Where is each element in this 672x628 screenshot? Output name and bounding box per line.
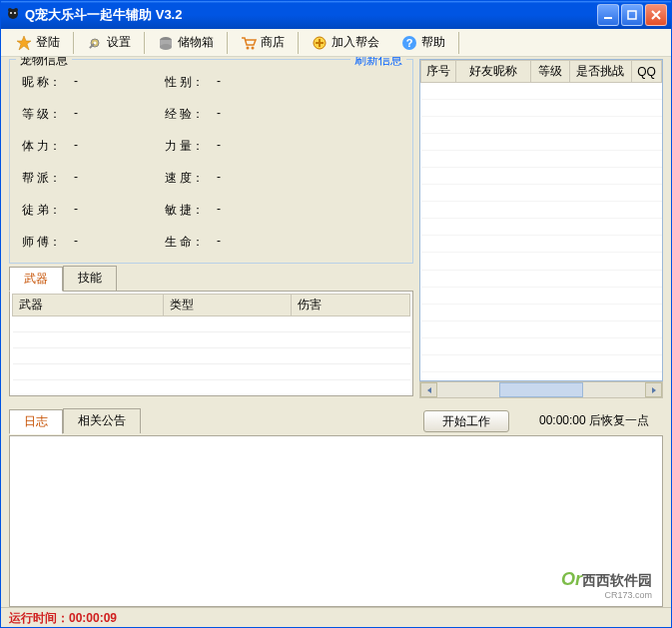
svg-text:?: ? xyxy=(406,37,413,49)
recovery-countdown: 00:00:00 后恢复一点 xyxy=(539,412,649,429)
friend-listview[interactable]: 序号 好友昵称 等级 是否挑战 QQ xyxy=(419,59,663,381)
table-row[interactable] xyxy=(421,202,662,219)
table-row[interactable] xyxy=(421,168,662,185)
apprentice-value: - xyxy=(74,202,165,219)
weapon-col-name[interactable]: 武器 xyxy=(13,295,164,316)
settings-label: 设置 xyxy=(107,34,131,51)
stamina-label: 体 力： xyxy=(22,138,74,155)
table-row[interactable] xyxy=(421,320,662,337)
svg-marker-20 xyxy=(652,387,656,393)
svg-point-1 xyxy=(8,8,12,12)
shop-button[interactable]: 商店 xyxy=(230,31,296,55)
master-value: - xyxy=(74,234,165,251)
table-row[interactable] xyxy=(421,337,662,354)
guild-value: - xyxy=(74,170,165,187)
table-row[interactable] xyxy=(421,83,662,100)
weapon-col-damage[interactable]: 伤害 xyxy=(291,295,409,316)
weapon-list-panel: 武器 类型 伤害 xyxy=(9,291,413,396)
table-row[interactable] xyxy=(421,134,662,151)
life-value: - xyxy=(217,234,297,251)
table-row[interactable] xyxy=(421,304,662,320)
separator xyxy=(73,32,74,54)
settings-button[interactable]: 设置 xyxy=(76,31,142,55)
minimize-button[interactable] xyxy=(597,4,619,26)
watermark-brand: Or xyxy=(561,569,582,589)
table-row[interactable] xyxy=(13,348,410,364)
table-row[interactable] xyxy=(421,253,662,270)
table-row[interactable] xyxy=(13,364,410,380)
separator xyxy=(458,32,459,54)
weapon-col-type[interactable]: 类型 xyxy=(164,295,291,316)
join-guild-button[interactable]: 加入帮会 xyxy=(301,31,390,55)
box-icon xyxy=(158,35,174,51)
friend-col-challenge[interactable]: 是否挑战 xyxy=(569,61,631,83)
refresh-info-link[interactable]: 刷新信息 xyxy=(350,57,406,69)
apprentice-label: 徒 弟： xyxy=(22,202,74,219)
horizontal-scrollbar[interactable] xyxy=(419,381,663,398)
login-label: 登陆 xyxy=(36,34,60,51)
speed-value: - xyxy=(217,170,297,187)
scroll-right-button[interactable] xyxy=(645,382,662,397)
app-window: Q宠大乐斗一起牛辅助 V3.2 登陆 设置 储物箱 商店 加入 xyxy=(0,0,672,628)
level-label: 等 级： xyxy=(22,106,74,123)
toolbar: 登陆 设置 储物箱 商店 加入帮会 ? 帮助 xyxy=(1,29,671,57)
star-icon xyxy=(16,35,32,51)
weapon-listview[interactable]: 武器 类型 伤害 xyxy=(12,294,410,393)
scroll-left-button[interactable] xyxy=(420,382,437,397)
tab-weapon[interactable]: 武器 xyxy=(9,267,63,292)
friend-col-qq[interactable]: QQ xyxy=(631,61,661,83)
table-row[interactable] xyxy=(421,287,662,304)
storage-label: 储物箱 xyxy=(178,34,214,51)
join-guild-label: 加入帮会 xyxy=(332,34,379,51)
agility-value: - xyxy=(217,202,297,219)
maximize-button[interactable] xyxy=(621,4,643,26)
friend-col-nickname[interactable]: 好友昵称 xyxy=(456,61,531,83)
watermark: Or西西软件园 CR173.com xyxy=(561,569,652,600)
svg-point-13 xyxy=(160,44,172,50)
watermark-text: 西西软件园 xyxy=(582,572,652,588)
svg-marker-7 xyxy=(17,36,31,50)
statusbar: 运行时间：00:00:09 xyxy=(1,607,671,627)
table-row[interactable] xyxy=(421,185,662,202)
table-row[interactable] xyxy=(421,354,662,371)
friend-col-level[interactable]: 等级 xyxy=(531,61,570,83)
table-row[interactable] xyxy=(421,151,662,168)
svg-rect-5 xyxy=(604,17,612,19)
gender-label: 性 别： xyxy=(165,74,217,91)
guild-label: 帮 派： xyxy=(22,170,74,187)
help-button[interactable]: ? 帮助 xyxy=(390,31,456,55)
login-button[interactable]: 登陆 xyxy=(5,31,71,55)
storage-button[interactable]: 储物箱 xyxy=(147,31,225,55)
start-work-button[interactable]: 开始工作 xyxy=(423,410,509,432)
table-row[interactable] xyxy=(421,270,662,287)
life-label: 生 命： xyxy=(165,234,217,251)
table-row[interactable] xyxy=(13,316,410,332)
table-row[interactable] xyxy=(421,100,662,117)
close-button[interactable] xyxy=(645,4,667,26)
speed-label: 速 度： xyxy=(165,170,217,187)
svg-rect-6 xyxy=(628,11,636,19)
cart-icon xyxy=(241,35,257,51)
agility-label: 敏 捷： xyxy=(165,202,217,219)
table-row[interactable] xyxy=(421,236,662,253)
help-icon: ? xyxy=(401,35,417,51)
tab-notice[interactable]: 相关公告 xyxy=(63,408,141,433)
gear-icon xyxy=(87,35,103,51)
table-row[interactable] xyxy=(13,332,410,348)
scroll-track[interactable] xyxy=(437,382,645,397)
log-panel[interactable]: Or西西软件园 CR173.com xyxy=(9,435,663,607)
titlebar[interactable]: Q宠大乐斗一起牛辅助 V3.2 xyxy=(1,1,671,29)
exp-label: 经 验： xyxy=(165,106,217,123)
tab-log[interactable]: 日志 xyxy=(9,409,63,434)
power-value: - xyxy=(217,138,297,155)
stamina-value: - xyxy=(74,138,165,155)
table-row[interactable] xyxy=(421,219,662,236)
separator xyxy=(144,32,145,54)
friend-col-seq[interactable]: 序号 xyxy=(421,61,456,83)
nickname-value: - xyxy=(74,74,165,91)
plus-icon xyxy=(312,35,328,51)
tab-skill[interactable]: 技能 xyxy=(63,266,117,291)
scroll-thumb[interactable] xyxy=(499,382,582,397)
table-row[interactable] xyxy=(421,117,662,134)
runtime-value: 00:00:09 xyxy=(69,611,117,625)
